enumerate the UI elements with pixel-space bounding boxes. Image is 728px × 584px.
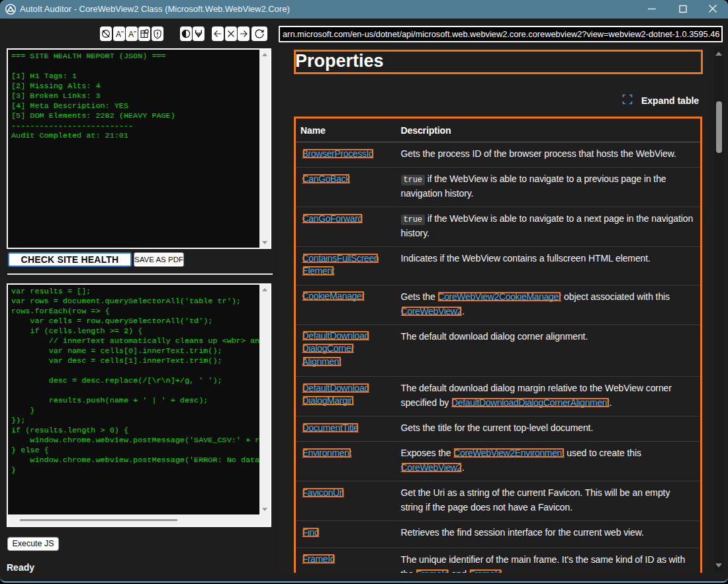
svg-text:A: A bbox=[128, 30, 134, 39]
svg-text:A: A bbox=[116, 30, 121, 39]
